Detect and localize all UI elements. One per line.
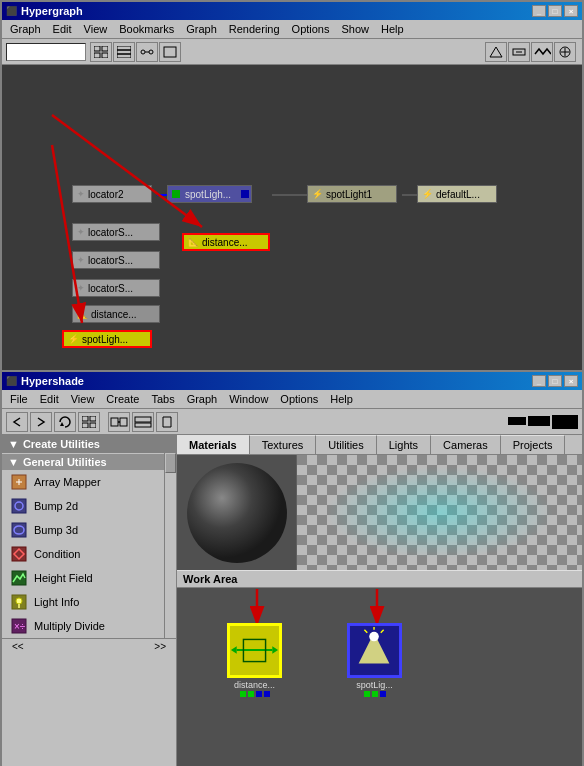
left-panel-scrollbar[interactable] <box>164 453 176 638</box>
menu-rendering-hg[interactable]: Rendering <box>223 21 286 37</box>
hg-node-spotlight1[interactable]: ⚡ spotLight1 <box>307 185 397 203</box>
hg-icon-r1[interactable] <box>485 42 507 62</box>
menu-view-hs[interactable]: View <box>65 391 101 407</box>
hg-node-distance2[interactable]: 📐 distance... <box>72 305 160 323</box>
hypergraph-title: Hypergraph <box>21 5 83 17</box>
header-triangle: ▼ <box>8 438 19 450</box>
hg-node-locatorS3[interactable]: ✦ locatorS... <box>72 279 160 297</box>
hypergraph-graph-area[interactable]: ✦ locator2 spotLigh... ⚡ spotLight1 ⚡ de… <box>2 65 582 371</box>
checker-preview <box>297 455 582 570</box>
svg-rect-31 <box>135 423 151 427</box>
svg-marker-22 <box>60 422 64 426</box>
item-height-field[interactable]: Height Field <box>2 566 164 590</box>
hg-icon-r4[interactable] <box>554 42 576 62</box>
hs-btn-render-graph[interactable] <box>108 412 130 432</box>
menu-create-hs[interactable]: Create <box>100 391 145 407</box>
tab-utilities[interactable]: Utilities <box>316 435 376 454</box>
item-array-mapper[interactable]: Array Mapper <box>2 470 164 494</box>
hypershade-menubar: File Edit View Create Tabs Graph Window … <box>2 390 582 409</box>
tab-projects[interactable]: Projects <box>501 435 566 454</box>
menu-graph-hs[interactable]: Graph <box>181 391 224 407</box>
hypershade-titlebar: ⬛ Hypershade _ □ × <box>2 372 582 390</box>
svg-rect-5 <box>117 50 131 54</box>
hg-icon-connect[interactable] <box>136 42 158 62</box>
tab-cameras[interactable]: Cameras <box>431 435 501 454</box>
hg-icon-list[interactable] <box>113 42 135 62</box>
tab-materials[interactable]: Materials <box>177 435 250 454</box>
item-light-info[interactable]: Light Info <box>2 590 164 614</box>
hg-node-spotligh2[interactable]: ⚡ spotLigh... <box>62 330 152 348</box>
hg-icon-grid[interactable] <box>90 42 112 62</box>
item-bump3d[interactable]: Bump 3d <box>2 518 164 542</box>
hg-icon-box[interactable] <box>159 42 181 62</box>
menu-edit-hg[interactable]: Edit <box>47 21 78 37</box>
svg-point-7 <box>141 50 145 54</box>
hypershade-toolbar <box>2 409 582 435</box>
menu-graph-hg[interactable]: Graph <box>4 21 47 37</box>
maximize-button[interactable]: □ <box>548 5 562 17</box>
close-button[interactable]: × <box>564 5 578 17</box>
hs-size-small[interactable] <box>508 417 526 425</box>
item-multiply-divide[interactable]: ×÷ Multiply Divide <box>2 614 164 638</box>
menu-options-hg[interactable]: Options <box>286 21 336 37</box>
tab-textures[interactable]: Textures <box>250 435 317 454</box>
hs-btn-reload[interactable] <box>54 412 76 432</box>
menu-view-hg[interactable]: View <box>78 21 114 37</box>
hs-btn-back[interactable] <box>6 412 28 432</box>
hs-maximize-button[interactable]: □ <box>548 375 562 387</box>
menu-help-hs[interactable]: Help <box>324 391 359 407</box>
tab-lights[interactable]: Lights <box>377 435 431 454</box>
hg-node-distance[interactable]: 📐 distance... <box>182 233 270 251</box>
menu-options-hs[interactable]: Options <box>274 391 324 407</box>
spotlight-icon-svg <box>349 624 400 677</box>
hs-size-medium[interactable] <box>528 416 550 426</box>
svg-rect-27 <box>111 418 118 426</box>
hg-node-defaultL[interactable]: ⚡ defaultL... <box>417 185 497 203</box>
hs-close-button[interactable]: × <box>564 375 578 387</box>
svg-rect-25 <box>82 423 88 428</box>
hg-icon-r2[interactable] <box>508 42 530 62</box>
hg-node-spotlight-conn[interactable]: spotLigh... <box>167 185 252 203</box>
hg-search-input[interactable] <box>6 43 86 61</box>
svg-marker-32 <box>163 417 171 427</box>
condition-icon <box>10 545 28 563</box>
item-bump2d[interactable]: Bump 2d <box>2 494 164 518</box>
menu-edit-hs[interactable]: Edit <box>34 391 65 407</box>
scroll-left-btn[interactable]: << <box>12 641 24 652</box>
menu-window-hs[interactable]: Window <box>223 391 274 407</box>
wa-node-distance[interactable]: distance... <box>227 623 282 697</box>
menu-help-hg[interactable]: Help <box>375 21 410 37</box>
hs-btn-forward[interactable] <box>30 412 52 432</box>
hg-node-locator2[interactable]: ✦ locator2 <box>72 185 152 203</box>
menu-bookmarks-hg[interactable]: Bookmarks <box>113 21 180 37</box>
hg-icon-r3[interactable] <box>531 42 553 62</box>
bump2d-label: Bump 2d <box>34 500 78 512</box>
hs-minimize-button[interactable]: _ <box>532 375 546 387</box>
hg-node-locatorS1[interactable]: ✦ locatorS... <box>72 223 160 241</box>
menu-graph2-hg[interactable]: Graph <box>180 21 223 37</box>
spotlight-node-icon <box>347 623 402 678</box>
svg-text:×÷: ×÷ <box>14 621 26 632</box>
hs-size-large[interactable] <box>552 415 578 429</box>
hs-btn-grid[interactable] <box>78 412 100 432</box>
svg-line-20 <box>52 115 202 227</box>
port1 <box>240 691 246 697</box>
svg-point-47 <box>187 463 287 563</box>
scroll-right-btn[interactable]: >> <box>154 641 166 652</box>
tab-bar: Materials Textures Utilities Lights Came… <box>177 435 582 455</box>
menu-file-hs[interactable]: File <box>4 391 34 407</box>
bump2d-icon <box>10 497 28 515</box>
menu-tabs-hs[interactable]: Tabs <box>145 391 180 407</box>
svg-rect-24 <box>90 416 96 421</box>
hs-btn-select[interactable] <box>156 412 178 432</box>
item-condition[interactable]: Condition <box>2 542 164 566</box>
svg-rect-36 <box>12 499 26 513</box>
minimize-button[interactable]: _ <box>532 5 546 17</box>
work-area[interactable]: distance... <box>177 588 582 766</box>
svg-rect-26 <box>90 423 96 428</box>
hs-btn-layout[interactable] <box>132 412 154 432</box>
distance-node-icon <box>227 623 282 678</box>
menu-show-hg[interactable]: Show <box>336 21 376 37</box>
hg-node-locatorS2[interactable]: ✦ locatorS... <box>72 251 160 269</box>
wa-node-spotlight[interactable]: spotLig... <box>347 623 402 697</box>
